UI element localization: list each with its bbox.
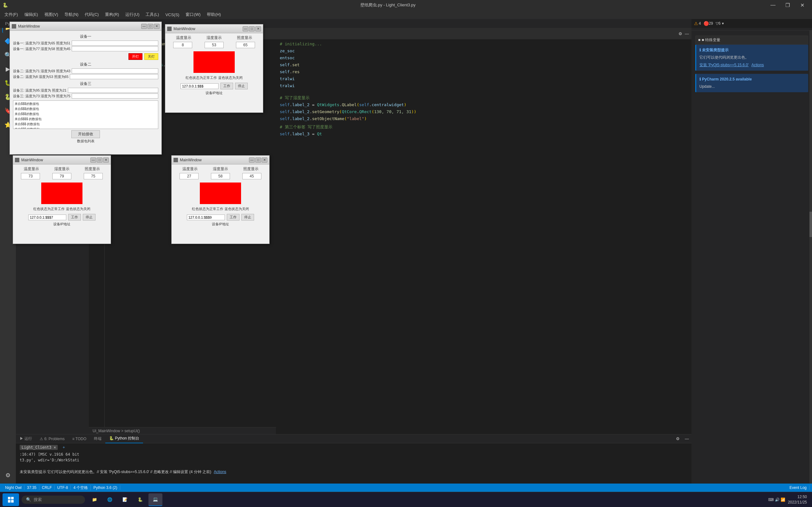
menu-refactor[interactable]: 重构(R)	[102, 10, 122, 19]
data-packet-list[interactable]: 来自$$$的数据包 来自$$$的数据包 来自$$$的数据包 来自$$$$ 的数据…	[13, 101, 158, 129]
qt-close-4[interactable]: ✕	[262, 158, 267, 163]
hum-input-3[interactable]	[52, 173, 71, 179]
sensor-ip-input-2[interactable]	[181, 83, 218, 89]
warning-count: 4	[699, 21, 701, 26]
sensor-ip-input-3[interactable]	[28, 215, 66, 220]
window-title: 壁纸爬虫.py - Light_Client3.py	[10, 2, 766, 8]
menu-file[interactable]: 文件(F)	[1, 10, 21, 19]
code-behind-line8: # 写了湿度显示	[280, 95, 688, 101]
sensor-work-btn-2[interactable]: 工作	[220, 83, 233, 89]
device3-row1-input[interactable]	[68, 88, 158, 93]
device1-row1-input[interactable]	[72, 41, 158, 46]
status-time[interactable]: 37:35	[24, 486, 39, 490]
hum-input-4[interactable]	[211, 173, 230, 179]
bottom-tab-run[interactable]: ▶ 运行	[16, 435, 36, 443]
terminal-tab-label[interactable]: Light_Client3 ×	[20, 445, 58, 450]
temp-input-3[interactable]	[21, 173, 40, 179]
device1-row1: 设备一: 温度为73 湿度为65 照度为51	[13, 41, 158, 46]
qt-maximize-1[interactable]: □	[148, 24, 153, 29]
qt-close-3[interactable]: ✕	[103, 158, 109, 163]
menu-view[interactable]: 视图(V)	[41, 10, 61, 19]
status-event-log[interactable]: Event Log	[787, 486, 809, 490]
light-input-2[interactable]	[236, 42, 255, 48]
taskbar-tray: ⌨ 🔊 📶 12:50 2022/11/25	[766, 494, 809, 505]
status-encoding[interactable]: UTF-8	[55, 486, 71, 490]
status-python[interactable]: Python 3.6 (2)	[91, 486, 120, 490]
special-var-header[interactable]: ■ ■ 特殊变量	[696, 36, 808, 44]
menu-help[interactable]: 帮助(H)	[204, 10, 224, 19]
packet-item-3: 来自$$$的数据包	[14, 112, 157, 117]
qt-minimize-4[interactable]: —	[249, 158, 255, 163]
scroll-thumb[interactable]	[809, 212, 812, 237]
bottom-tab-todo[interactable]: ≡ TODO	[68, 435, 90, 443]
menu-vcs[interactable]: VCS(S)	[162, 10, 183, 19]
right-panel-scrollbar[interactable]	[809, 31, 812, 484]
menu-run[interactable]: 运行(U)	[122, 10, 142, 19]
menu-tools[interactable]: 工具(L)	[142, 10, 162, 19]
qt-close-2[interactable]: ✕	[255, 26, 261, 32]
sensor-labels-3: 温度显示 湿度显示 照度显示	[13, 164, 111, 172]
light-input-4[interactable]	[242, 173, 261, 179]
taskbar-app-4[interactable]: 💻	[148, 493, 162, 506]
menu-code[interactable]: 代码(C)	[82, 10, 102, 19]
start-button[interactable]	[3, 493, 19, 506]
maximize-button[interactable]: ❐	[780, 0, 795, 10]
device1-row2-label: 设备一: 温度为77 湿度为58 照度为45	[13, 47, 70, 51]
notif-1-action2[interactable]: Actions	[751, 63, 764, 67]
menu-edit[interactable]: 编辑(E)	[21, 10, 41, 19]
hum-input-2[interactable]	[205, 42, 223, 48]
bottom-tab-terminal[interactable]: 终端	[90, 435, 105, 443]
taskbar-app-3[interactable]: 📝	[118, 493, 132, 506]
bottom-tab-problems[interactable]: ⚠ 6: Problems	[36, 435, 68, 443]
qt-maximize-3[interactable]: □	[97, 158, 102, 163]
sensor-work-btn-3[interactable]: 工作	[68, 214, 81, 221]
gear-icon[interactable]: ⚙	[678, 32, 682, 36]
bottom-panel-gear-icon[interactable]: ⚙	[673, 436, 682, 441]
qt-close-1[interactable]: ✕	[154, 24, 159, 29]
bottom-tab-python[interactable]: 🐍 Python 控制台	[105, 435, 143, 443]
device2-row2-input[interactable]	[70, 74, 158, 79]
minimize-button[interactable]: —	[766, 0, 780, 10]
btn-on-light[interactable]: 开灯	[129, 53, 142, 60]
notif-1-action1[interactable]: 安装 'PyQt5-stubs==5.15.6.0'	[699, 63, 749, 67]
svg-rect-2	[8, 500, 10, 503]
device1-row2-input[interactable]	[72, 46, 158, 51]
qt-maximize-4[interactable]: □	[255, 158, 261, 163]
menu-window[interactable]: 窗口(W)	[183, 10, 204, 19]
sensor-stop-btn-3[interactable]: 停止	[83, 214, 96, 221]
sensor-work-btn-4[interactable]: 工作	[227, 214, 240, 221]
btn-off-light[interactable]: 关灯	[144, 53, 158, 60]
sidebar-icon-settings[interactable]: ⚙	[2, 469, 14, 481]
menu-nav[interactable]: 导航(N)	[61, 10, 82, 19]
status-crlf[interactable]: CRLF	[39, 486, 55, 490]
right-panel: ⚙ — ■ ■ 特殊变量 ℹ 未安装类型提示 它们可以使代码浏览更出色。 安装 …	[692, 19, 812, 484]
device2-row1-input[interactable]	[72, 68, 158, 73]
status-spaces[interactable]: 4 个空格	[71, 485, 91, 491]
sensor-stop-btn-4[interactable]: 停止	[241, 214, 254, 221]
qt-minimize-1[interactable]: —	[141, 24, 147, 29]
qt-minimize-2[interactable]: —	[243, 26, 248, 32]
status-night-owl[interactable]: Night Owl	[3, 486, 24, 490]
qt-minimize-3[interactable]: —	[90, 158, 96, 163]
temp-input-2[interactable]	[173, 42, 192, 48]
close-button[interactable]: ✕	[795, 0, 809, 10]
bottom-panel-close-icon[interactable]: —	[682, 436, 692, 441]
light-input-3[interactable]	[84, 173, 103, 179]
sensor-stop-btn-2[interactable]: 停止	[235, 83, 248, 89]
notif-2-title: ℹ PyCharm 2020.2.5 available	[699, 76, 805, 82]
device3-row2-input[interactable]	[72, 94, 158, 99]
taskbar-search[interactable]: 🔍 搜索	[21, 496, 85, 504]
qt-maximize-2[interactable]: □	[249, 26, 255, 32]
temp-input-4[interactable]	[180, 173, 199, 179]
taskbar-app-2[interactable]: 🌐	[103, 493, 117, 506]
error-icon: 🔴	[704, 21, 709, 26]
collapse-icon[interactable]: —	[685, 32, 689, 36]
code-behind-line9: self.label_2 = QtWidgets.QLabel(self.cen…	[280, 101, 688, 108]
taskbar-app-1[interactable]: 📁	[88, 493, 101, 506]
notif-bar-actions[interactable]: Actions	[214, 469, 226, 474]
sensor-ip-input-4[interactable]	[187, 215, 225, 220]
start-recv-button[interactable]: 开始接收	[71, 130, 100, 138]
terminal-add-icon[interactable]: +	[63, 445, 65, 450]
bottom-content[interactable]: Light_Client3 × + :16:47) [MSC v.1916 64…	[16, 443, 692, 464]
taskbar-app-pycharm[interactable]: 🐍	[133, 493, 147, 506]
